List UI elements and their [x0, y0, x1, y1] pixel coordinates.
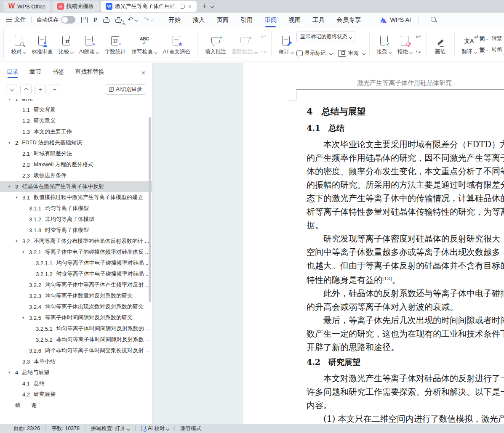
- next-comment-button[interactable]: ↪: [261, 48, 266, 55]
- menu-review[interactable]: 审阅: [259, 13, 283, 27]
- print-button[interactable]: [103, 17, 109, 23]
- doc-line[interactable]: 此外，硅晶体的反射系数还与等离子体中电子碰撞频率有关，电: [307, 287, 504, 300]
- toc-item[interactable]: ▾4总结与展望: [0, 367, 152, 378]
- citation-superscript[interactable]: [13]: [382, 276, 392, 282]
- toc-item[interactable]: ▾3.2.1等离子体中电子的碰撞体频率对硅晶体反 ...: [0, 247, 152, 258]
- file-menu-button[interactable]: 文件: [6, 16, 26, 24]
- ai-polish-button[interactable]: ★ AI 全文润色: [160, 33, 193, 56]
- toc-item[interactable]: ▾1绪论: [0, 99, 152, 104]
- compare-button[interactable]: ⇄ 比较: [56, 33, 76, 56]
- to-simplified-button[interactable]: 繁→ 转简: [480, 46, 502, 54]
- doc-line[interactable]: 的升高会减弱等离子体对入射波的衰减。: [307, 300, 504, 313]
- doc-heading-1[interactable]: 4 总结与展望: [307, 104, 504, 119]
- tab-wps-home[interactable]: W WPS Office: [3, 1, 51, 12]
- toc-item[interactable]: ▾3硅晶体在激光产生等离子体中反射: [0, 181, 152, 192]
- doc-line[interactable]: (1) 本文只在二维空间内进行了数值模拟，激光产生等离子体照: [307, 412, 504, 424]
- word-count-button[interactable]: 12+ 字数统计: [102, 33, 129, 56]
- doc-line[interactable]: 态下的激光产生等离子体中的传输情况，计算硅晶体的反射系数变化: [307, 191, 504, 205]
- toc-item[interactable]: 3.3本章小结: [0, 356, 152, 367]
- doc-line[interactable]: 特性的隐身是有益的[13]。: [307, 272, 504, 287]
- menu-page[interactable]: 页面: [211, 13, 235, 27]
- menu-home[interactable]: 开始: [163, 13, 187, 27]
- zoom-in-outline-button[interactable]: +: [35, 85, 46, 94]
- undo-button[interactable]: ↶: [128, 16, 137, 23]
- undo-chevron-icon[interactable]: [135, 18, 138, 21]
- tab-list-chevron-icon[interactable]: [211, 5, 214, 8]
- collapse-arrow-icon[interactable]: ▾: [8, 141, 15, 145]
- toc-item[interactable]: 4.1总结: [0, 378, 152, 389]
- sidebar-tab-bookmarks[interactable]: 书签: [52, 68, 64, 78]
- collapse-arrow-icon[interactable]: ▾: [8, 99, 15, 101]
- sidebar-tab-contents[interactable]: 目录: [7, 68, 19, 78]
- sidebar-tab-find-replace[interactable]: 查找和替换: [75, 68, 104, 78]
- tab-document-active[interactable]: W 激光产生等离子体作用硅晶体 ×: [101, 1, 197, 12]
- to-traditional-button[interactable]: 简→ 转繁: [480, 35, 502, 43]
- toc-item[interactable]: 2.2Maxwell 方程的差分格式: [0, 159, 152, 170]
- toc-item[interactable]: 3.1.3时变等离子体模型: [0, 225, 152, 236]
- toc-item[interactable]: ▾3.2不同等离子体分布模型的硅晶体反射系数的计 ...: [0, 236, 152, 247]
- collapse-arrow-icon[interactable]: ▾: [22, 316, 29, 320]
- toc-item[interactable]: 1.1研究背景: [0, 104, 152, 115]
- redo-chevron-icon[interactable]: [150, 18, 154, 21]
- collapse-arrow-icon[interactable]: ▾: [16, 239, 22, 243]
- brush-button[interactable]: 画笔: [431, 33, 450, 56]
- doc-line[interactable]: 的振幅的研究。所采用的方法主要是通过时域有限差分方法模拟硅晶: [307, 178, 504, 191]
- toc-item[interactable]: ▾3.1数值模拟过程中激光产生等离子体模型的建立: [0, 192, 152, 203]
- translate-button[interactable]: 文A⇄ 翻译: [459, 33, 480, 56]
- toc-item[interactable]: 3.2.3均匀等离子体数量对反射系数的研究: [0, 290, 152, 301]
- new-tab-button[interactable]: +: [203, 2, 207, 11]
- menu-tools[interactable]: 工具: [307, 13, 331, 27]
- toc-item[interactable]: 4.2研究展望: [0, 389, 152, 400]
- search-button[interactable]: [431, 17, 436, 23]
- doc-heading-2[interactable]: 4.2 研究展望: [307, 356, 504, 368]
- toc-item[interactable]: 2.3吸收边界条件: [0, 170, 152, 181]
- menu-member[interactable]: 会员专享: [331, 13, 367, 27]
- export-pdf-button[interactable]: P: [93, 17, 97, 23]
- doc-line[interactable]: 开辟了新的思路和途径。: [307, 340, 504, 354]
- collapse-arrow-icon[interactable]: ▾: [22, 250, 29, 254]
- toc-item[interactable]: 3.1.2非均匀等离子体模型: [0, 214, 152, 225]
- menu-insert[interactable]: 插入: [187, 13, 211, 27]
- ai-read-button[interactable]: » AI朗读: [76, 33, 102, 56]
- spell-check-status[interactable]: 拼写检查: 打开: [91, 425, 130, 432]
- toc-item[interactable]: 3.2.6两个非均匀等离子体时间交集长度对反射 ...: [0, 345, 152, 356]
- reject-button[interactable]: 拒绝: [395, 33, 415, 56]
- proofread-button[interactable]: 校对: [8, 33, 29, 56]
- doc-line[interactable]: 体的密度、频率分布发生变化，本文重点分析了不同等离子体频率分: [307, 165, 504, 178]
- screen-share-icon[interactable]: [180, 5, 185, 8]
- doc-line[interactable]: 的产生频率作用硅晶体的研究，因不同激光产生等离子体的产生频率: [307, 151, 504, 165]
- document-page[interactable]: 激光产生等离子体作用硅晶体研究 4 总结与展望4.1 总结 本次毕业论文主要采用…: [243, 63, 504, 424]
- previous-change-button[interactable]: ↩: [416, 33, 421, 40]
- doc-line[interactable]: 据。: [307, 218, 504, 232]
- toc-item[interactable]: 3.2.4均匀等离子体出现次数对反射系数的研究: [0, 301, 152, 312]
- toc-item[interactable]: 1.3本文的主要工作: [0, 126, 152, 137]
- insert-comment-button[interactable]: + 插入批注: [202, 33, 229, 56]
- doc-line[interactable]: 许多问题和研究工作需要探索、分析和解决。以下是一些亟待解决的: [307, 385, 504, 398]
- ai-proofread-status[interactable]: AI 校对: [141, 425, 169, 432]
- page-indicator[interactable]: 页面: 23/26: [13, 425, 40, 432]
- toc-item[interactable]: 3.2.5.1均匀等离子体时间间隙对反射系数的 ...: [0, 323, 152, 334]
- document-content[interactable]: 4 总结与展望4.1 总结 本次毕业论文主要采用时域有限差分（FDTD）方法研究…: [307, 104, 504, 424]
- spell-check-button[interactable]: ABC✓ 拼写检查: [129, 33, 160, 56]
- doc-line[interactable]: 析等离子体特性参量对硅晶体传输特性的研究，为等离子体用于干扰: [307, 205, 504, 218]
- doc-line[interactable]: 也越大。但由于等离子体反射的硅晶体并不含有目标的特征信息，因: [307, 259, 504, 272]
- accept-button[interactable]: ✓ 接受: [374, 33, 395, 56]
- zoom-out-outline-button[interactable]: −: [49, 85, 60, 94]
- toc-item[interactable]: 3.1.1均匀等离子体模型: [0, 203, 152, 214]
- toc-item[interactable]: 致 谢: [0, 400, 152, 410]
- doc-line[interactable]: 内容。: [307, 398, 504, 412]
- print-preview-button[interactable]: [115, 17, 122, 23]
- standard-review-button[interactable]: 标准审查: [29, 33, 56, 56]
- doc-line[interactable]: 本次毕业论文主要采用时域有限差分（FDTD）方法研究激光产: [307, 138, 504, 151]
- menu-reference[interactable]: 引用: [235, 13, 259, 27]
- delete-comment-button[interactable]: × 删除批注: [229, 33, 260, 56]
- doc-line[interactable]: 数产生一定的研究，这也为在现有的工业和技术条件下提高等离子体: [307, 327, 504, 340]
- menu-view[interactable]: 视图: [283, 13, 307, 27]
- tab-docer-template[interactable]: AI 找稿壳模板: [52, 1, 99, 12]
- doc-line[interactable]: 研究发现等离子体密度对硅晶体的反射研究很大，等离子体产生: [307, 232, 504, 245]
- toc-item[interactable]: 3.2.1.2时变等离子体中电子碰撞频率对硅晶 ...: [0, 268, 152, 279]
- doc-heading-2[interactable]: 4.1 总结: [307, 122, 504, 134]
- doc-line[interactable]: 本文对激光产生等离子体对硅晶体的反射进行了一些基础性研究: [307, 372, 504, 385]
- ai-recognize-toc-button[interactable]: A AI识别目录: [105, 84, 146, 95]
- toc-item[interactable]: ▾2FDTD 法的相关基础知识: [0, 137, 152, 148]
